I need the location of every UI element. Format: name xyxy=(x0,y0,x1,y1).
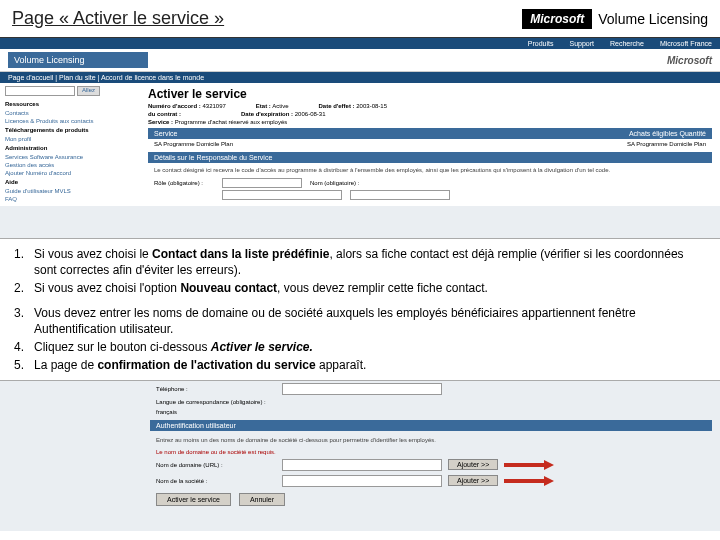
role-label: Rôle (obligatoire) : xyxy=(154,180,214,186)
domain-input[interactable] xyxy=(282,459,442,471)
sidebar-link[interactable]: Mon profil xyxy=(5,135,135,143)
breadcrumb-bar: Page d'accueil | Plan du site | Accord d… xyxy=(0,72,720,83)
nav-item[interactable]: Produits xyxy=(528,40,554,47)
add-button[interactable]: Ajouter >> xyxy=(448,475,498,486)
top-nav: Produits Support Recherche Microsoft Fra… xyxy=(0,38,720,49)
phone-input[interactable] xyxy=(282,383,442,395)
nav-item[interactable]: Microsoft France xyxy=(660,40,712,47)
breadcrumb: Page d'accueil | Plan du site | Accord d… xyxy=(8,74,204,81)
step-number: 5. xyxy=(10,356,30,374)
company-label: Nom de la société : xyxy=(156,478,276,484)
step-text: La page de confirmation de l'activation … xyxy=(30,356,710,374)
arrow-icon xyxy=(504,476,554,486)
microsoft-logo: Microsoft xyxy=(522,9,592,29)
sidebar-link[interactable]: FAQ xyxy=(5,195,135,203)
step-number: 3. xyxy=(10,304,30,338)
vl-logo-box: Volume Licensing xyxy=(8,52,148,68)
volume-licensing-label: Volume Licensing xyxy=(598,11,708,27)
sidebar-link[interactable]: Licences & Produits aux contacts xyxy=(5,117,135,125)
phone-label: Téléphone : xyxy=(156,386,276,392)
step-text: Si vous avez choisi le Contact dans la l… xyxy=(30,245,710,279)
step-number: 1. xyxy=(10,245,30,279)
role-select[interactable] xyxy=(222,178,302,188)
input-field[interactable] xyxy=(222,190,342,200)
sidebar-link[interactable]: Guide d'utilisateur MVLS xyxy=(5,187,135,195)
main-content: Activer le service Numéro d'accord : 432… xyxy=(140,83,720,206)
add-button[interactable]: Ajouter >> xyxy=(448,459,498,470)
detail-text: Le contact désigné ici recevra le code d… xyxy=(148,163,712,177)
go-button[interactable]: Allez xyxy=(77,86,100,96)
section-bar-service: ServiceAchats éligibles Quantité xyxy=(148,128,712,139)
section-bar-details: Détails sur le Responsable du Service xyxy=(148,152,712,163)
name-select[interactable] xyxy=(350,190,450,200)
sidebar-heading: Téléchargements de produits xyxy=(5,125,135,135)
sidebar-heading: Aide xyxy=(5,177,135,187)
step-number: 4. xyxy=(10,338,30,356)
auth-note: Entrez au moins un des noms de domaine d… xyxy=(150,434,712,446)
auth-section-bar: Authentification utilisateur xyxy=(150,420,712,431)
slide-header: Page « Activer le service » Microsoft Vo… xyxy=(0,0,720,38)
lang-label: Langue de correspondance (obligatoire) : xyxy=(156,399,336,405)
required-note: Le nom de domaine ou de société est requ… xyxy=(156,449,276,455)
sidebar-link[interactable]: Services Software Assurance xyxy=(5,153,135,161)
search-input[interactable] xyxy=(5,86,75,96)
instructions-overlay: 1. Si vous avez choisi le Contact dans l… xyxy=(0,238,720,381)
sidebar-heading: Ressources xyxy=(5,99,135,109)
step-text: Cliquez sur le bouton ci-dessous Activer… xyxy=(30,338,710,356)
brand-block: Microsoft Volume Licensing xyxy=(522,9,708,29)
nav-item[interactable]: Support xyxy=(569,40,594,47)
sidebar-heading: Administration xyxy=(5,143,135,153)
step-text: Si vous avez choisi l'option Nouveau con… xyxy=(30,279,710,297)
screenshot-upper: Produits Support Recherche Microsoft Fra… xyxy=(0,38,720,238)
nav-item[interactable]: Recherche xyxy=(610,40,644,47)
screenshot-lower: Téléphone : Langue de correspondance (ob… xyxy=(0,381,720,531)
sidebar: Allez Ressources Contacts Licences & Pro… xyxy=(0,83,140,206)
sidebar-link[interactable]: Ajouter Numéro d'accord xyxy=(5,169,135,177)
sidebar-link[interactable]: Contacts xyxy=(5,109,135,117)
step-number: 2. xyxy=(10,279,30,297)
plan-row: SA Programme Domicile PlanSA Programme D… xyxy=(148,139,712,149)
main-heading: Activer le service xyxy=(148,87,712,101)
arrow-icon xyxy=(504,460,554,470)
page-title: Page « Activer le service » xyxy=(12,8,522,29)
name-label: Nom (obligatoire) : xyxy=(310,180,390,186)
company-input[interactable] xyxy=(282,475,442,487)
sidebar-link[interactable]: Gestion des accès xyxy=(5,161,135,169)
domain-label: Nom de domaine (URL) : xyxy=(156,462,276,468)
cancel-button[interactable]: Annuler xyxy=(239,493,285,506)
step-text: Vous devez entrer les noms de domaine ou… xyxy=(30,304,710,338)
activate-service-button[interactable]: Activer le service xyxy=(156,493,231,506)
microsoft-logo-small: Microsoft xyxy=(667,55,712,66)
logo-strip: Volume Licensing Microsoft xyxy=(0,49,720,72)
